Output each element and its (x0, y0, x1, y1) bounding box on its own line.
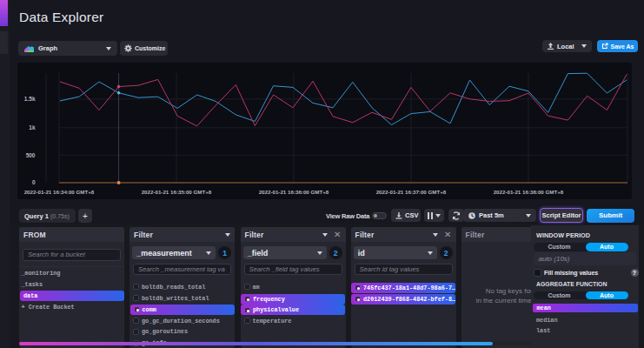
svg-text:2022-01-21 16:36:00 GMT+8: 2022-01-21 16:36:00 GMT+8 (259, 189, 329, 195)
svg-text:1.5k: 1.5k (24, 96, 36, 102)
svg-text:2022-01-21 16:35:00 GMT+8: 2022-01-21 16:35:00 GMT+8 (142, 189, 212, 195)
svg-text:500: 500 (26, 152, 36, 158)
svg-text:1k: 1k (29, 124, 36, 130)
svg-text:2022-01-21 16:37:00 GMT+8: 2022-01-21 16:37:00 GMT+8 (376, 189, 447, 195)
svg-text:2022-01-21 16:38:00 GMT+8: 2022-01-21 16:38:00 GMT+8 (494, 189, 564, 195)
svg-text:0: 0 (32, 179, 36, 185)
svg-text:2022-01-21 16:34:00 GMT+8: 2022-01-21 16:34:00 GMT+8 (24, 189, 95, 195)
